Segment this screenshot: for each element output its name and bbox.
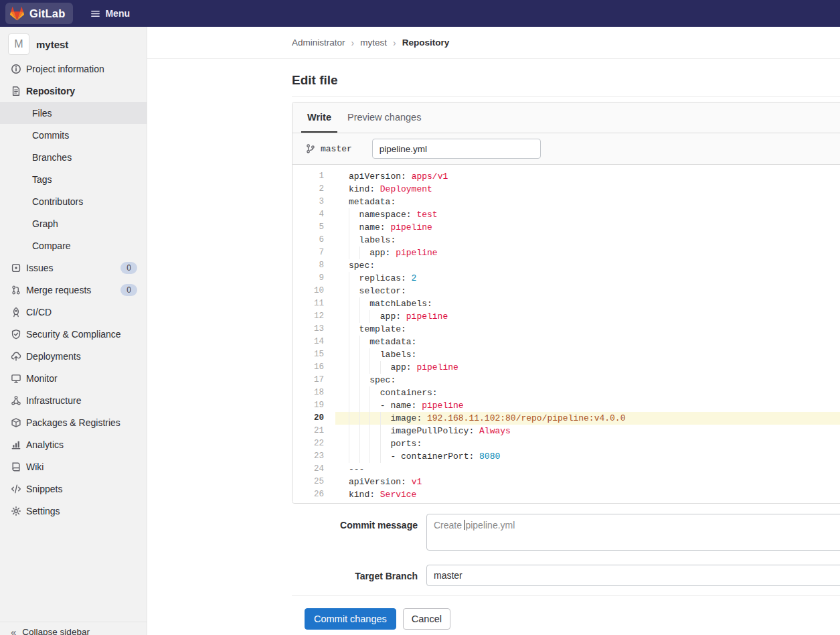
sidebar-item-analytics[interactable]: Analytics — [0, 433, 147, 455]
sidebar-item-deployments[interactable]: Deployments — [0, 345, 147, 367]
sidebar-item-packages-registries[interactable]: Packages & Registries — [0, 411, 147, 433]
line-number[interactable]: 10 — [292, 285, 335, 297]
target-branch-input[interactable] — [426, 565, 840, 586]
code-line[interactable]: kind: Service — [335, 488, 840, 501]
code-line[interactable]: apiVersion: apps/v1 — [335, 170, 840, 183]
code-line[interactable]: --- — [335, 463, 840, 476]
sidebar-item-snippets[interactable]: Snippets — [0, 478, 147, 500]
line-number[interactable]: 16 — [292, 361, 335, 374]
sidebar-item-tags[interactable]: Tags — [0, 168, 147, 190]
collapse-sidebar-button[interactable]: « Collapse sidebar — [0, 622, 147, 635]
line-number[interactable]: 17 — [292, 374, 335, 386]
sidebar-item-security-compliance[interactable]: Security & Compliance — [0, 323, 147, 345]
code-line[interactable]: labels: — [335, 348, 840, 361]
code-line[interactable]: containers: — [335, 386, 840, 399]
code-line[interactable]: app: pipeline — [335, 246, 840, 259]
sidebar-item-compare[interactable]: Compare — [0, 234, 147, 257]
line-number[interactable]: 25 — [292, 476, 335, 488]
editor-line: 3metadata: — [292, 196, 840, 208]
code-line[interactable]: name: pipeline — [335, 221, 840, 234]
line-number[interactable]: 6 — [292, 234, 335, 246]
line-number[interactable]: 11 — [292, 297, 335, 310]
gitlab-home-button[interactable]: GitLab — [5, 3, 73, 24]
tab-bar: WritePreview changes — [292, 102, 840, 133]
code-line[interactable]: app: pipeline — [335, 310, 840, 323]
line-number[interactable]: 15 — [292, 348, 335, 361]
line-number[interactable]: 24 — [292, 463, 335, 476]
code-editor[interactable]: 1apiVersion: apps/v12kind: Deployment3me… — [292, 165, 840, 503]
code-line[interactable]: spec: — [335, 259, 840, 272]
line-number[interactable]: 5 — [292, 221, 335, 234]
line-number[interactable]: 1 — [292, 170, 335, 183]
indent-guide — [349, 386, 380, 399]
code-line[interactable]: app: pipeline — [335, 361, 840, 374]
line-number[interactable]: 22 — [292, 437, 335, 450]
code-line[interactable]: kind: Deployment — [335, 183, 840, 196]
code-line[interactable]: replicas: 2 — [335, 272, 840, 285]
line-number[interactable]: 20 — [292, 412, 335, 425]
code-icon — [11, 484, 21, 494]
line-number[interactable]: 7 — [292, 246, 335, 259]
line-number[interactable]: 9 — [292, 272, 335, 285]
line-number[interactable]: 19 — [292, 399, 335, 412]
line-number[interactable]: 26 — [292, 488, 335, 501]
commit-message-textarea[interactable]: Create pipeline.yml — [426, 514, 840, 551]
sidebar-item-wiki[interactable]: Wiki — [0, 455, 147, 478]
editor-line: 9replicas: 2 — [292, 272, 840, 285]
breadcrumb-item-mytest[interactable]: mytest — [360, 38, 387, 48]
sidebar-item-settings[interactable]: Settings — [0, 500, 147, 522]
code-line[interactable]: ports: — [335, 437, 840, 450]
tab-preview-changes[interactable]: Preview changes — [341, 102, 427, 133]
sidebar-item-merge-requests[interactable]: Merge requests0 — [0, 279, 147, 301]
code-line[interactable]: template: — [335, 323, 840, 336]
breadcrumb-item-repository[interactable]: Repository — [402, 38, 450, 48]
line-number[interactable]: 4 — [292, 208, 335, 221]
line-number[interactable]: 23 — [292, 450, 335, 463]
code-line[interactable]: imagePullPolicy: Always — [335, 425, 840, 437]
sidebar-item-monitor[interactable]: Monitor — [0, 367, 147, 389]
commit-changes-button[interactable]: Commit changes — [305, 608, 396, 630]
sidebar-item-commits[interactable]: Commits — [0, 124, 147, 146]
line-number[interactable]: 21 — [292, 425, 335, 437]
sidebar-item-graph[interactable]: Graph — [0, 212, 147, 234]
code-line[interactable]: namespace: test — [335, 208, 840, 221]
code-line[interactable]: - name: pipeline — [335, 399, 840, 412]
menu-button[interactable]: Menu — [90, 8, 130, 19]
code-token: selector: — [359, 286, 406, 296]
indent-guide — [349, 297, 369, 310]
sidebar-item-files[interactable]: Files — [0, 102, 147, 124]
code-line[interactable]: image: 192.168.11.102:80/repo/pipeline:v… — [335, 412, 840, 425]
sidebar-item-infrastructure[interactable]: Infrastructure — [0, 389, 147, 411]
code-line[interactable]: selector: — [335, 285, 840, 297]
info-icon — [11, 64, 21, 74]
line-number[interactable]: 18 — [292, 386, 335, 399]
line-number[interactable]: 13 — [292, 323, 335, 336]
code-line[interactable]: metadata: — [335, 196, 840, 208]
project-header[interactable]: M mytest — [0, 27, 147, 58]
sidebar-item-project-information[interactable]: Project information — [0, 58, 147, 80]
code-line[interactable]: metadata: — [335, 501, 840, 503]
code-line[interactable]: apiVersion: v1 — [335, 476, 840, 488]
breadcrumb-item-administrator[interactable]: Administrator — [292, 38, 345, 48]
code-line[interactable]: metadata: — [335, 336, 840, 348]
code-line[interactable]: spec: — [335, 374, 840, 386]
line-number[interactable]: 3 — [292, 196, 335, 208]
sidebar-item-issues[interactable]: Issues0 — [0, 257, 147, 279]
sidebar-item-contributors[interactable]: Contributors — [0, 190, 147, 212]
line-number[interactable]: 12 — [292, 310, 335, 323]
sidebar-subnav: FilesCommitsBranchesTagsContributorsGrap… — [0, 102, 147, 257]
code-line[interactable]: matchLabels: — [335, 297, 840, 310]
line-number[interactable]: 27 — [292, 501, 335, 503]
file-name-input[interactable] — [372, 139, 541, 159]
line-number[interactable]: 2 — [292, 183, 335, 196]
nodes-icon — [11, 395, 21, 406]
sidebar-item-ci-cd[interactable]: CI/CD — [0, 301, 147, 323]
sidebar-item-branches[interactable]: Branches — [0, 146, 147, 168]
code-line[interactable]: labels: — [335, 234, 840, 246]
sidebar-item-repository[interactable]: Repository — [0, 80, 147, 102]
tab-write[interactable]: Write — [301, 102, 337, 133]
cancel-button[interactable]: Cancel — [403, 608, 450, 630]
line-number[interactable]: 8 — [292, 259, 335, 272]
code-line[interactable]: - containerPort: 8080 — [335, 450, 840, 463]
line-number[interactable]: 14 — [292, 336, 335, 348]
